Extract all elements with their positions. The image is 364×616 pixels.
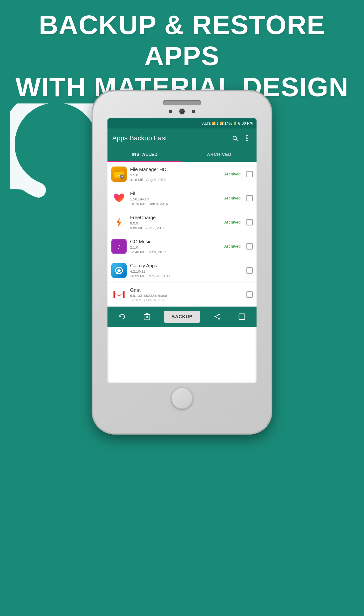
app-info: Fit 1.56.14-004 18.70 MB | Dec 9, 2016: [130, 191, 221, 206]
list-item[interactable]: ♪ GO Music 2.1.6 12.46 MB | Jul 9, 2017 …: [107, 234, 257, 258]
bottom-bar: BACKUP: [107, 307, 257, 327]
list-item[interactable]: Galaxy Apps 4.2.10-11 16.59 MB | May 13,…: [107, 258, 257, 282]
svg-rect-24: [144, 314, 150, 320]
status-icons: VoLTE 📶 1 📶 14% 🔋 6:00 PM: [201, 121, 253, 126]
tabs: INSTALLED ARCHIVED: [107, 148, 257, 162]
app-info: Gmail 6.9.133109232.release 17.05 MB | S…: [130, 287, 243, 302]
app-info: GO Music 2.1.6 12.46 MB | Jul 9, 2017: [130, 239, 221, 254]
app-version: 8.0.9: [130, 221, 221, 225]
share-button[interactable]: [210, 309, 224, 324]
app-checkbox[interactable]: [247, 219, 253, 226]
wifi-icon: 📶: [212, 121, 216, 125]
app-info: Galaxy Apps 4.2.10-11 16.59 MB | May 13,…: [130, 263, 243, 278]
archived-badge: Archived: [224, 172, 241, 176]
svg-rect-22: [114, 291, 115, 292]
hero-title: BACKUP & RESTORE APPS WITH MATERIAL DESI…: [0, 10, 364, 103]
list-item[interactable]: FreeCharge 8.0.9 9.89 MB | Apr 7, 2017 A…: [107, 210, 257, 234]
app-checkbox[interactable]: [247, 267, 253, 274]
app-icon-freecharge: [111, 215, 127, 230]
svg-point-4: [246, 137, 248, 139]
battery-icon: 🔋: [233, 121, 237, 125]
app-version: 6.9.133109232.release: [130, 294, 243, 298]
svg-point-3: [246, 135, 248, 136]
app-name: File Manager HD: [130, 167, 221, 172]
signal-icon: 📶: [220, 121, 224, 125]
app-checkbox[interactable]: [247, 171, 253, 177]
archived-badge: Archived: [224, 220, 241, 225]
tab-installed[interactable]: INSTALLED: [107, 148, 182, 161]
svg-rect-23: [123, 291, 125, 292]
svg-rect-25: [146, 316, 147, 318]
app-icon-filemanager: HD: [111, 166, 127, 182]
sensor-dot2: [192, 110, 195, 113]
archived-badge: Archived: [224, 244, 241, 249]
app-size: 16.59 MB | May 13, 2017: [130, 274, 243, 278]
app-size: 17.05 MB | Sep 25, 2016: [130, 298, 243, 302]
search-button[interactable]: [230, 133, 240, 143]
delete-button[interactable]: [140, 309, 154, 324]
app-icon-gomusic: ♪: [111, 239, 127, 254]
app-version: 2.1.6: [130, 245, 221, 249]
sim-icon: 1: [217, 122, 218, 125]
app-size: 12.46 MB | Jul 9, 2017: [130, 250, 221, 254]
select-all-button[interactable]: [235, 309, 249, 324]
more-options-button[interactable]: [242, 133, 252, 143]
tab-archived[interactable]: ARCHIVED: [182, 148, 257, 161]
app-checkbox[interactable]: [247, 291, 253, 298]
app-icon-fit: [111, 191, 127, 206]
app-name: Galaxy Apps: [130, 263, 243, 268]
app-icon-galaxy: [111, 263, 127, 278]
app-version: 4.2.10-11: [130, 269, 243, 273]
app-list: HD File Manager HD 3.5.0 4.16 M: [107, 162, 257, 307]
app-name: GO Music: [130, 239, 221, 244]
refresh-button[interactable]: [115, 309, 129, 324]
svg-text:♪: ♪: [117, 242, 121, 251]
app-checkbox[interactable]: [247, 243, 253, 250]
app-size: 9.89 MB | Apr 7, 2017: [130, 226, 221, 230]
app-checkbox[interactable]: [247, 195, 253, 201]
status-bar: VoLTE 📶 1 📶 14% 🔋 6:00 PM: [107, 118, 257, 129]
front-camera: [179, 109, 185, 114]
archived-badge: Archived: [224, 196, 241, 201]
volte-icon: VoLTE: [201, 122, 211, 125]
svg-rect-28: [146, 313, 148, 314]
app-name: FreeCharge: [130, 215, 221, 220]
phone-body: VoLTE 📶 1 📶 14% 🔋 6:00 PM Apps Backup Fa…: [93, 92, 271, 433]
phone-mockup: VoLTE 📶 1 📶 14% 🔋 6:00 PM Apps Backup Fa…: [93, 92, 271, 433]
backup-button[interactable]: BACKUP: [164, 311, 200, 323]
hero-line1: BACKUP & RESTORE APPS: [14, 10, 350, 72]
sensor-dot: [169, 110, 172, 113]
list-item[interactable]: HD File Manager HD 3.5.0 4.16 M: [107, 162, 257, 186]
app-icon-gmail: [111, 287, 127, 302]
list-item[interactable]: Fit 1.56.14-004 18.70 MB | Dec 9, 2016 A…: [107, 186, 257, 210]
app-info: FreeCharge 8.0.9 9.89 MB | Apr 7, 2017: [130, 215, 221, 230]
time: 6:00 PM: [238, 121, 253, 126]
phone-speaker: [163, 100, 201, 105]
svg-line-33: [216, 317, 218, 319]
phone-home-button[interactable]: [171, 388, 193, 409]
app-size: 18.70 MB | Dec 9, 2016: [130, 202, 221, 206]
list-item[interactable]: Gmail 6.9.133109232.release 17.05 MB | S…: [107, 282, 257, 307]
app-bar: Apps Backup Fast: [107, 129, 257, 148]
battery-percent: 14%: [224, 121, 232, 126]
svg-rect-34: [239, 314, 245, 320]
svg-line-32: [216, 315, 218, 316]
app-name: Fit: [130, 191, 221, 196]
svg-point-5: [246, 140, 248, 141]
app-version: 1.56.14-004: [130, 197, 221, 201]
svg-rect-26: [147, 316, 148, 318]
app-info: File Manager HD 3.5.0 4.16 MB | Aug 5, 2…: [130, 167, 221, 182]
app-version: 3.5.0: [130, 173, 221, 177]
svg-line-2: [236, 139, 237, 141]
app-title: Apps Backup Fast: [112, 134, 228, 142]
app-name: Gmail: [130, 287, 243, 293]
app-size: 4.16 MB | Aug 5, 2016: [130, 178, 221, 182]
phone-sensors: [169, 109, 195, 114]
phone-screen: VoLTE 📶 1 📶 14% 🔋 6:00 PM Apps Backup Fa…: [107, 118, 257, 383]
